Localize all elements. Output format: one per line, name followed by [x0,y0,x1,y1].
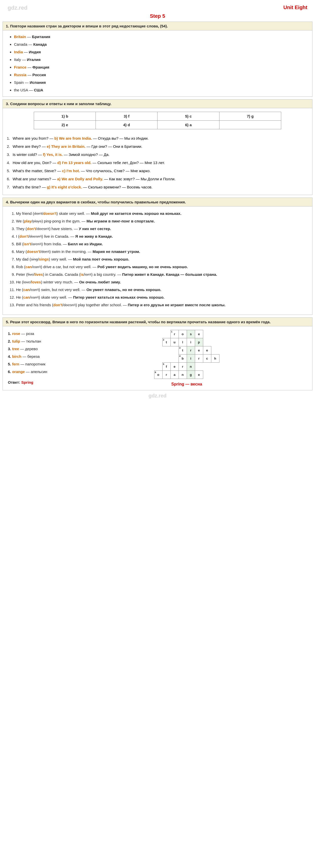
section-1: 1. Повтори названия стран за диктором и … [3,22,312,97]
legend-item: 2. tulip — тюльпан [8,338,59,345]
list-item: Spain — Испания [14,79,308,86]
crossword-grid-wrap: 1r o s e 2t [66,330,307,386]
list-item: Bill (isn't/aren't) from India. — Билл н… [16,241,304,247]
table-cell [219,121,281,129]
list-item: My dad (sing/sings) very well. — Мой пап… [16,256,304,262]
legend-item: 6. orange — апельсин [8,368,59,376]
legend-item: 3. tree — дерево [8,345,59,353]
qa-item: 2. Where are they? — e) They are in Brit… [7,144,308,150]
table-row: 1) b 3) f 5) c 7) g [34,112,281,121]
list-item: He (love/loves) winter very much. — Он о… [16,279,304,285]
spring-answer: Spring — весна [66,382,307,386]
list-item: He (can/can't) skate very well. — Питер … [16,294,304,301]
list-item: Russia — Россия [14,71,308,79]
list-item: the USA — США [14,86,308,94]
section-3-header: 3. Соедини вопросы и ответы к ним и запо… [3,99,312,108]
step-title: Step 5 [3,13,312,19]
legend-item: 1. rose — роза [8,330,59,338]
table-cell: 3) f [96,112,158,121]
qa-item: 1. Where are you from? — b) We are from … [7,135,308,142]
list-item: France — Франция [14,63,308,71]
exercise-4-list: My friend (don't/doesn't) skate very wel… [7,209,308,312]
qa-item: 6. What are your names? — a) We are Doll… [7,176,308,182]
list-item: Canada — Канада [14,41,308,48]
answer-table: 1) b 3) f 5) c 7) g 2) e 4) d 6) a [34,112,281,129]
footer-logo: gdz.red [3,393,312,399]
list-item: We (play/plays) ping-pong in the gym. — … [16,218,304,224]
list-item: He (can/can't) swim, but not very well. … [16,287,304,293]
list-item: Italy — Италия [14,56,308,63]
table-cell: 2) e [34,121,96,129]
cw-row-2: 2t u l i p [154,338,219,346]
cw-row-1: 1r o s e [154,330,219,338]
section-5: 5. Реши этот кроссворд. Впиши в него по … [3,317,312,390]
table-row: 2) e 4) d 6) a [34,121,281,129]
section-1-header: 1. Повтори названия стран за диктором и … [3,22,312,30]
qa-list: 1. Where are you from? — b) We are from … [3,133,312,195]
table-cell: 5) c [158,112,219,121]
list-item: I (don't/doesn't) live in Canada. — Я не… [16,234,304,240]
section-4-header: 4. Вычеркни один на двух вариантов в ско… [3,198,312,207]
qa-item: 5. What's the matter, Steve? — c) I'm ho… [7,168,308,174]
list-item: Peter (five/lives) in Canada. Canada (is… [16,272,304,278]
qa-item: 4. How old are you, Don? — d) I'm 13 yea… [7,160,308,166]
list-item: India — Индия [14,48,308,56]
table-cell: 7) g [219,112,281,121]
crossword-grid-container: 1r o s e 2t [66,330,307,386]
header-logo: gdz.red [8,5,27,11]
list-item: They (don't/doesn't) have sisters. — У н… [16,226,304,232]
table-cell: 4) d [96,121,158,129]
cw-row-6: 6o r a n g e [154,371,219,379]
crossword-legend: 1. rose — роза 2. tulip — тюльпан 3. tre… [8,330,59,386]
table-cell: 6) a [158,121,219,129]
list-item: My friend (don't/doesn't) skate very wel… [16,211,304,217]
list-item: Mary (doesn't/don't) swim in the morning… [16,249,304,255]
cw-row-3: 3t r e e [154,346,219,354]
section-5-header: 5. Реши этот кроссворд. Впиши в него по … [3,318,312,326]
crossword-content: 1. rose — роза 2. tulip — тюльпан 3. tre… [3,326,312,390]
crossword-grid: 1r o s e 2t [154,330,219,379]
qa-item: 3. Is winter cold? — f) Yes, it is. — Зи… [7,152,308,158]
section-4: 4. Вычеркни один на двух вариантов в ско… [3,197,312,315]
qa-item: 7. What's the time? — g) It's eight o'cl… [7,184,308,190]
list-item: Rob (can/can't) drive a car, but not ver… [16,264,304,270]
table-cell: 1) b [34,112,96,121]
page-header: gdz.red Unit Eight [3,3,312,11]
legend-item: 4. birch — береза [8,353,59,360]
country-list: Britain — Британия Canada — Канада India… [7,33,308,94]
cw-row-4: 4b i r c h [154,354,219,363]
cw-row-5: 5f e r n [154,363,219,371]
section-3: 3. Соедини вопросы и ответы к ним и запо… [3,99,312,195]
legend-item: Ответ: Spring [8,379,59,386]
header-unit: Unit Eight [284,5,307,10]
list-item: Britain — Британия [14,33,308,41]
list-item: Peter and his friends (don't/doesn't) pl… [16,302,304,308]
legend-item: 5. fern — папоротник [8,360,59,368]
